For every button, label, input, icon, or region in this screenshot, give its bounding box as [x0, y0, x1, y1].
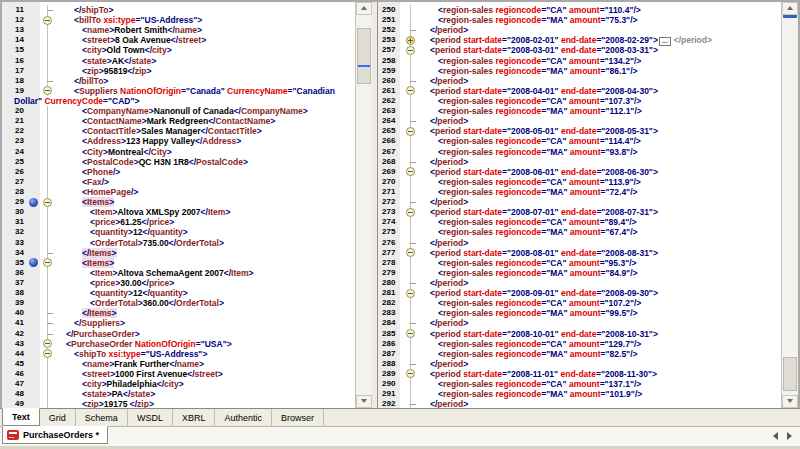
code-line[interactable]: 259<region-sales regioncode="MA" amount=…	[378, 66, 781, 76]
view-tab-wsdl[interactable]: WSDL	[128, 409, 173, 426]
code-area-left[interactable]: 11</shipTo>12<billTo xsi:type="US-Addres…	[2, 2, 355, 408]
code-line[interactable]: 258<region-sales regioncode="CA" amount=…	[378, 56, 781, 66]
view-tab-schema[interactable]: Schema	[76, 409, 128, 426]
vertical-scrollbar-right[interactable]	[781, 2, 798, 408]
fold-collapse-icon[interactable]	[43, 198, 52, 207]
code-line[interactable]: 42</PurchaseOrder>	[2, 329, 355, 339]
code-area-right[interactable]: 250<region-sales regioncode="CA" amount=…	[378, 2, 781, 408]
fold-collapse-icon[interactable]	[406, 289, 415, 298]
code-line[interactable]: 273<period start-date="2008-07-01" end-d…	[378, 207, 781, 217]
code-line[interactable]: 26<Phone/>	[2, 167, 355, 177]
code-line[interactable]: 49<zip>19175 </zip>	[2, 399, 355, 408]
code-line[interactable]: 251<region-sales regioncode="MA" amount=…	[378, 15, 781, 25]
code-line[interactable]: 269<period start-date="2008-06-01" end-d…	[378, 167, 781, 177]
code-line[interactable]: 20<CompanyName>Nanonull of Canada</Compa…	[2, 106, 355, 116]
view-tab-browser[interactable]: Browser	[272, 409, 324, 426]
scroll-up-button[interactable]	[782, 2, 798, 15]
code-line[interactable]: 276</period>	[378, 238, 781, 248]
fold-collapse-icon[interactable]	[406, 127, 415, 136]
code-line[interactable]: 264</period>	[378, 116, 781, 126]
code-line[interactable]: 250<region-sales regioncode="CA" amount=…	[378, 5, 781, 15]
code-line[interactable]: 21<ContactName>Mark Redgreen</ContactNam…	[2, 116, 355, 126]
code-line[interactable]: 286<region-sales regioncode="CA" amount=…	[378, 339, 781, 349]
view-tab-text[interactable]: Text	[2, 408, 40, 426]
code-line[interactable]: 287<region-sales regioncode="MA" amount=…	[378, 349, 781, 359]
code-line[interactable]: 253<period start-date="2008-02-01" end-d…	[378, 35, 781, 45]
fold-collapse-icon[interactable]	[406, 329, 415, 338]
code-line[interactable]: 29<Items>	[2, 197, 355, 207]
code-line[interactable]: 268</period>	[378, 157, 781, 167]
code-line[interactable]: 34</Items>	[2, 248, 355, 258]
scroll-up-button[interactable]	[356, 2, 372, 15]
code-line[interactable]: 266<region-sales regioncode="CA" amount=…	[378, 136, 781, 146]
code-line[interactable]: 288</period>	[378, 359, 781, 369]
code-line[interactable]: 290<region-sales regioncode="CA" amount=…	[378, 379, 781, 389]
code-line[interactable]: 12<billTo xsi:type="US-Address">	[2, 15, 355, 25]
scrollbar-thumb[interactable]	[357, 28, 371, 84]
code-line[interactable]: 277<period start-date="2008-08-01" end-d…	[378, 248, 781, 258]
code-line[interactable]: 272</period>	[378, 197, 781, 207]
code-line[interactable]: 282<region-sales regioncode="CA" amount=…	[378, 298, 781, 308]
code-line[interactable]: 33<OrderTotal>735.00</OrderTotal>	[2, 238, 355, 248]
code-line[interactable]: 31<price>61.25</price>	[2, 217, 355, 227]
code-line[interactable]: 22<ContactTitle>Sales Manager</ContactTi…	[2, 126, 355, 136]
code-line[interactable]: 23<Address>123 Happy Valley</Address>	[2, 136, 355, 146]
code-line[interactable]: 19<Suppliers NationOfOrigin="Canada" Cur…	[2, 86, 355, 96]
code-line[interactable]: 46<street>1000 First Avenue</street>	[2, 369, 355, 379]
code-line[interactable]: 48<state>PA</state>	[2, 389, 355, 399]
code-line[interactable]: 267<region-sales regioncode="MA" amount=…	[378, 147, 781, 157]
code-line[interactable]: 14<street>8 Oak Avenue</street>	[2, 35, 355, 45]
code-line[interactable]: 44<shipTo xsi:type="US-Address">	[2, 349, 355, 359]
view-tab-xbrl[interactable]: XBRL	[173, 409, 216, 426]
tab-scroll-left-icon[interactable]	[773, 432, 778, 440]
code-line[interactable]: 274<region-sales regioncode="CA" amount=…	[378, 217, 781, 227]
code-line[interactable]: 37<price>30.00</price>	[2, 278, 355, 288]
code-line[interactable]: 30<Item>Altova XMLSpy 2007</Item>	[2, 207, 355, 217]
code-line[interactable]: 24<City>Montreal</City>	[2, 147, 355, 157]
code-line[interactable]: 263<region-sales regioncode="MA" amount=…	[378, 106, 781, 116]
scroll-down-button[interactable]	[356, 395, 372, 408]
fold-collapse-icon[interactable]	[406, 86, 415, 95]
code-line[interactable]: 35<Items>	[2, 258, 355, 268]
code-line[interactable]: 11</shipTo>	[2, 5, 355, 15]
fold-collapse-icon[interactable]	[43, 339, 52, 348]
code-line[interactable]: 15<city>Old Town</city>	[2, 45, 355, 55]
code-line[interactable]: 271<region-sales regioncode="MA" amount=…	[378, 187, 781, 197]
scroll-down-button[interactable]	[782, 395, 798, 408]
fold-collapse-icon[interactable]	[406, 167, 415, 176]
fold-collapse-icon[interactable]	[43, 349, 52, 358]
code-line[interactable]: 291<region-sales regioncode="MA" amount=…	[378, 389, 781, 399]
fold-collapse-icon[interactable]	[406, 369, 415, 378]
code-line[interactable]: 285<period start-date="2008-10-01" end-d…	[378, 329, 781, 339]
code-line[interactable]: 262<region-sales regioncode="CA" amount=…	[378, 96, 781, 106]
code-line[interactable]: Dollar" CurrencyCode="CAD">	[2, 96, 355, 106]
code-line[interactable]: 13<name>Robert Smith</name>	[2, 25, 355, 35]
fold-collapse-icon[interactable]	[406, 248, 415, 257]
code-line[interactable]: 260</period>	[378, 76, 781, 86]
file-tab[interactable]: PurchaseOrders *	[2, 426, 108, 444]
code-line[interactable]: 261<period start-date="2008-04-01" end-d…	[378, 86, 781, 96]
code-line[interactable]: 281<period start-date="2008-09-01" end-d…	[378, 288, 781, 298]
code-line[interactable]: 292</period>	[378, 399, 781, 408]
fold-collapse-icon[interactable]	[43, 86, 52, 95]
fold-expand-icon[interactable]	[406, 36, 415, 45]
code-line[interactable]: 45<name>Frank Further</name>	[2, 359, 355, 369]
code-line[interactable]: 17<zip>95819</zip>	[2, 66, 355, 76]
code-line[interactable]: 18</billTo>	[2, 76, 355, 86]
code-line[interactable]: 32<quantity>12</quantity>	[2, 227, 355, 237]
code-line[interactable]: 283<region-sales regioncode="MA" amount=…	[378, 308, 781, 318]
code-line[interactable]: 265<period start-date="2008-05-01" end-d…	[378, 126, 781, 136]
code-line[interactable]: 43<PurchaseOrder NationOfOrigin="USA">	[2, 339, 355, 349]
code-line[interactable]: 47<city>Philadelphia</city>	[2, 379, 355, 389]
code-line[interactable]: 16<state>AK</state>	[2, 56, 355, 66]
code-line[interactable]: 275<region-sales regioncode="MA" amount=…	[378, 227, 781, 237]
code-line[interactable]: 39<OrderTotal>360.00</OrderTotal>	[2, 298, 355, 308]
code-line[interactable]: 25<PostalCode>QC H3N 1R8</PostalCode>	[2, 157, 355, 167]
code-line[interactable]: 280</period>	[378, 278, 781, 288]
code-line[interactable]: 278<region-sales regioncode="CA" amount=…	[378, 258, 781, 268]
code-line[interactable]: 40</Items>	[2, 308, 355, 318]
code-line[interactable]: 38<quantity>12</quantity>	[2, 288, 355, 298]
code-line[interactable]: 279<region-sales regioncode="MA" amount=…	[378, 268, 781, 278]
fold-collapse-icon[interactable]	[43, 258, 52, 267]
code-line[interactable]: 41</Suppliers>	[2, 318, 355, 328]
